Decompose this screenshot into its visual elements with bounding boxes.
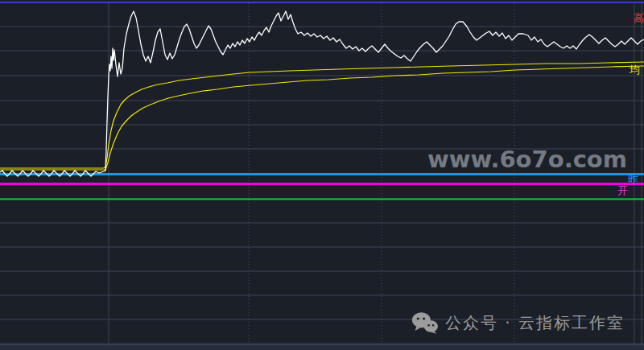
label-open: 开 [617,184,628,196]
label-prev-close: 昨 [628,173,638,185]
footer-text: 公众号 · 云指标工作室 [445,312,625,334]
timeshare-chart-panel: 高均昨开 www.6o7o.com 公众号 · 云指标工作室 [0,0,644,350]
label-avg: 均 [629,64,640,76]
label-high: 高 [634,12,644,24]
chart-canvas: 高均昨开 [0,0,644,350]
bottom-bar [0,344,644,350]
footer-credit: 公众号 · 云指标工作室 [411,311,625,335]
watermark: www.6o7o.com [427,146,627,173]
wechat-icon [411,311,438,334]
